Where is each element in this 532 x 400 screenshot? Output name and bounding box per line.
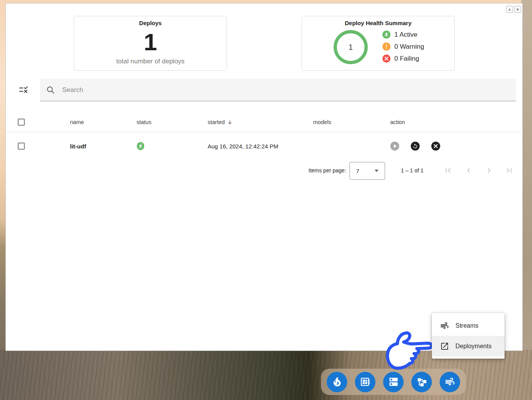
deploy-name: lit-udf xyxy=(70,143,86,150)
deploy-started-time: Aug 16, 2024, 12:42:24 PM xyxy=(208,143,278,150)
menu-item-streams-label: Streams xyxy=(455,322,479,329)
column-header-action[interactable]: action xyxy=(390,112,405,132)
restart-button[interactable] xyxy=(411,141,420,151)
chevron-down-icon xyxy=(375,170,379,172)
fire-icon xyxy=(332,376,343,387)
deploy-health-title: Deploy Health Summary xyxy=(302,20,454,26)
rule-icon xyxy=(19,85,29,95)
search-input[interactable] xyxy=(62,86,510,94)
dock-fire-button[interactable] xyxy=(327,372,347,392)
items-per-page-select[interactable]: 7 xyxy=(350,162,385,180)
search-icon xyxy=(46,85,55,95)
filter-rule-button[interactable] xyxy=(19,85,29,95)
row-checkbox[interactable] xyxy=(18,143,25,150)
health-gauge-value: 1 xyxy=(333,30,368,65)
warning-icon xyxy=(382,43,390,51)
health-legend: 1 Active 0 Warning 0 Failing xyxy=(382,31,424,63)
last-page-button[interactable] xyxy=(505,166,514,175)
servers-icon xyxy=(388,376,399,387)
items-per-page-value: 7 xyxy=(356,168,359,174)
menu-item-deployments-label: Deployments xyxy=(455,343,491,350)
wallpaper-rock-right xyxy=(521,0,532,400)
first-page-button[interactable] xyxy=(443,166,453,175)
air-icon xyxy=(440,321,449,330)
deploy-health-card: Deploy Health Summary 1 1 Active xyxy=(302,16,455,71)
active-count-label: 1 Active xyxy=(394,31,418,39)
schema-icon xyxy=(416,376,427,387)
table-header: name status started models action xyxy=(6,112,523,132)
navigation-popup-menu: Streams Deployments xyxy=(432,313,505,359)
pagination-bar: Items per page: 7 1 – 1 of 1 xyxy=(6,160,523,181)
column-header-name[interactable]: name xyxy=(70,112,84,132)
legend-active: 1 Active xyxy=(382,31,424,39)
deploys-count: 1 xyxy=(144,30,157,54)
window-maximize-button[interactable]: ∧ xyxy=(506,6,513,13)
window-controls: ∧ ✕ xyxy=(506,6,521,13)
running-icon xyxy=(382,31,390,39)
play-button[interactable] xyxy=(390,141,399,151)
failing-icon xyxy=(382,54,390,63)
items-per-page-label: Items per page: xyxy=(309,160,346,181)
developer-board-icon xyxy=(360,376,371,387)
open-in-new-icon xyxy=(440,342,449,351)
app-dock xyxy=(321,369,466,395)
column-header-status[interactable]: status xyxy=(136,112,152,132)
column-header-models[interactable]: models xyxy=(313,112,331,132)
dock-streams-button[interactable] xyxy=(440,372,460,392)
stop-button[interactable] xyxy=(431,141,440,151)
dock-servers-button[interactable] xyxy=(383,372,404,392)
column-header-started[interactable]: started xyxy=(208,112,233,132)
sort-descending-icon xyxy=(227,119,233,125)
health-gauge: 1 xyxy=(333,30,368,66)
window-close-button[interactable]: ✕ xyxy=(514,6,521,13)
select-all-checkbox[interactable] xyxy=(18,119,25,126)
column-header-started-label: started xyxy=(208,119,225,125)
previous-page-button[interactable] xyxy=(464,166,473,175)
deploys-card: Deploys 1 total number of deploys xyxy=(74,16,227,71)
next-page-button[interactable] xyxy=(484,166,494,175)
app-window: ∧ ✕ Deploys 1 total number of deploys De… xyxy=(5,3,523,351)
search-bar xyxy=(40,79,516,101)
desktop: ∧ ✕ Deploys 1 total number of deploys De… xyxy=(0,0,532,400)
deploys-card-title: Deploys xyxy=(139,20,162,26)
table-row: lit-udf Aug 16, 2024, 12:42:24 PM xyxy=(6,132,523,160)
legend-warning: 0 Warning xyxy=(382,43,424,51)
deploys-caption: total number of deploys xyxy=(116,58,185,65)
pagination-range-label: 1 – 1 of 1 xyxy=(401,160,423,181)
legend-failing: 0 Failing xyxy=(382,54,424,63)
warning-count-label: 0 Warning xyxy=(394,43,424,51)
status-active-icon xyxy=(136,142,145,150)
menu-item-deployments[interactable]: Deployments xyxy=(432,336,505,356)
air-icon xyxy=(445,376,455,387)
failing-count-label: 0 Failing xyxy=(394,55,419,63)
row-actions xyxy=(390,141,440,151)
dock-developer-board-button[interactable] xyxy=(355,372,375,392)
menu-item-streams[interactable]: Streams xyxy=(432,315,505,336)
dock-schema-button[interactable] xyxy=(411,372,432,392)
